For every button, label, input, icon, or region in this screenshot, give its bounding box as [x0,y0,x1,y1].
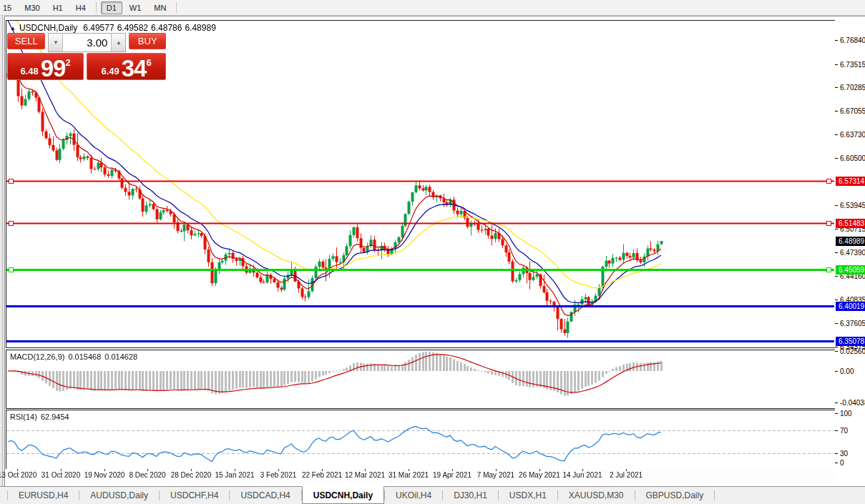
rsi-axis-label-text: 100 [840,410,852,417]
axis-tick-mark [835,371,838,372]
sell-price-prefix: 6.48 [20,66,38,76]
date-axis-label: 14 Jun 2021 [562,471,602,479]
price-axis-label: 6.47390 [835,248,865,257]
price-axis-label: 6.76840 [835,36,865,45]
rsi-value: 62.9454 [41,412,69,421]
rsi-axis-label-text: 70 [840,427,848,435]
timeframe-button-MN[interactable]: MN [148,1,172,14]
axis-tick-mark [835,413,838,414]
buy-button[interactable]: BUY [129,33,166,49]
chart-tab-XAUUSD[interactable]: XAUUSD,M30 [558,487,635,504]
rsi-axis-label-text: 30 [840,450,848,458]
timeframe-button-H1[interactable]: H1 [47,1,69,14]
date-axis-label: 15 Jan 2021 [215,471,254,479]
chart-tab-USDCHF[interactable]: USDCHF,H4 [160,487,229,504]
macd-signal-value: 0.014628 [104,352,137,361]
timeframe-toolbar: 15M30H1H4D1W1MN [0,0,865,16]
chart-tab-GBPUSD[interactable]: GBPUSD,Daily [635,487,715,504]
ohlc-high: 6.49582 [117,23,148,33]
chart-tab-USDX[interactable]: USDX,H1 [499,487,557,504]
price-axis-label: 6.60500 [835,154,865,163]
ohlc-low: 6.48786 [151,23,182,33]
date-axis-label: 26 May 2021 [519,471,560,479]
axis-tick-mark [835,229,838,229]
volume-decrease-button[interactable]: ▼ [49,34,63,51]
axis-tick-mark [835,323,838,324]
ohlc-close: 6.48989 [185,23,215,33]
buy-price-prefix: 6.49 [101,66,119,76]
date-axis-label: 31 Oct 2020 [41,471,80,479]
price-axis-label-text: 6.70285 [840,84,865,92]
price-axis-label-text: 6.76840 [840,36,865,44]
volume-increase-button[interactable]: ▲ [111,34,125,51]
axis-tick-mark [835,252,838,253]
date-axis-label: 31 Mar 2021 [388,471,429,479]
chart-tab-USDCAD[interactable]: USDCAD,H4 [230,487,300,504]
price-axis-label-text: 6.53945 [840,202,865,209]
date-axis-label: 19 Nov 2020 [84,471,125,479]
axis-tick-mark [835,205,838,206]
buy-price-pip: 6 [146,57,151,68]
price-axis-label-text: 6.60500 [840,154,865,162]
chart-tab-USDCNH[interactable]: USDCNH,Daily [302,486,384,504]
buy-price-display[interactable]: 6.49 34 6 [87,53,166,80]
axis-tick-mark [835,64,838,65]
sell-price-pip: 2 [65,57,70,68]
chart-title-arrow-icon[interactable]: ▲ [10,25,16,31]
date-axis-label: 22 Feb 2021 [302,471,342,479]
date-axis: 13 Oct 202031 Oct 202019 Nov 20208 Dec 2… [6,469,835,484]
rsi-axis-label: 100 [835,409,852,418]
price-axis-label: 6.67055 [835,107,865,116]
macd-value: 0.015468 [68,352,101,361]
date-axis-label: 12 Mar 2021 [345,471,385,479]
price-axis-label-text: 6.47390 [840,249,865,257]
axis-tick-mark [835,276,838,277]
tab-separator [714,490,715,500]
rsi-axis-label: 70 [835,426,848,435]
date-axis-label: 3 Feb 2021 [260,471,297,479]
axis-tick-mark [835,453,838,454]
macd-indicator-panel: MACD(12,26,9)0.0154680.014628 [6,350,836,409]
axis-tick-mark [835,463,838,463]
date-axis-label: 8 Dec 2020 [129,471,165,479]
bid-price-label: 6.48989 [836,237,865,246]
volume-input[interactable] [63,34,111,51]
one-click-trading-panel: SELL ▼ ▲ BUY 6.48 99 2 6.49 34 6 [7,33,166,80]
axis-tick-mark [835,40,838,41]
chart-tab-AUDUSD[interactable]: AUDUSD,Daily [79,487,159,504]
chart-tab-EURUSD[interactable]: EURUSD,H4 [8,487,79,504]
timeframe-button-D1[interactable]: D1 [101,1,122,14]
macd-label: MACD(12,26,9)0.0154680.014628 [10,352,141,361]
toolbar-separator [96,2,97,13]
sell-price-big: 99 [41,58,66,79]
price-axis-label-text: 6.63730 [840,131,865,139]
timeframe-button-15[interactable]: 15 [0,1,17,14]
price-axis-label: 6.37605 [835,319,865,328]
rsi-indicator-panel: RSI(14)62.9454 [6,410,836,470]
date-axis-label: 19 Apr 2021 [433,471,471,479]
chart-tab-bar: EURUSD,H4AUDUSD,DailyUSDCHF,H4USDCAD,H4U… [0,486,865,504]
macd-axis-label-text: -0.04038 [840,399,865,407]
window-frame-line [2,16,3,486]
axis-tick-mark [835,351,838,352]
macd-name: MACD(12,26,9) [10,352,64,361]
chart-tab-DJ30[interactable]: DJ30,H1 [443,487,498,504]
timeframe-button-W1[interactable]: W1 [124,1,147,14]
rsi-canvas[interactable] [6,410,834,468]
axis-tick-mark [835,430,838,431]
timeframe-button-M30[interactable]: M30 [19,1,45,14]
rsi-axis-label: 30 [835,449,848,458]
triangle-down-icon: ▼ [53,39,59,46]
timeframe-button-H4[interactable]: H4 [70,1,92,14]
macd-axis-label-text: 0.00 [840,367,854,375]
rsi-label: RSI(14)62.9454 [10,412,73,421]
axis-tick-mark [835,300,838,300]
hline-price-label: 6.40019 [836,302,865,311]
chart-tab-UKOil[interactable]: UKOil,H4 [385,487,442,504]
hline-price-label: 6.57314 [836,177,865,186]
price-axis: 6.768406.735156.702856.670556.637306.605… [835,20,865,486]
ohlc-open: 6.49577 [83,23,114,33]
sell-price-display[interactable]: 6.48 99 2 [7,53,84,80]
axis-tick-mark [835,158,838,159]
sell-button[interactable]: SELL [7,33,45,49]
